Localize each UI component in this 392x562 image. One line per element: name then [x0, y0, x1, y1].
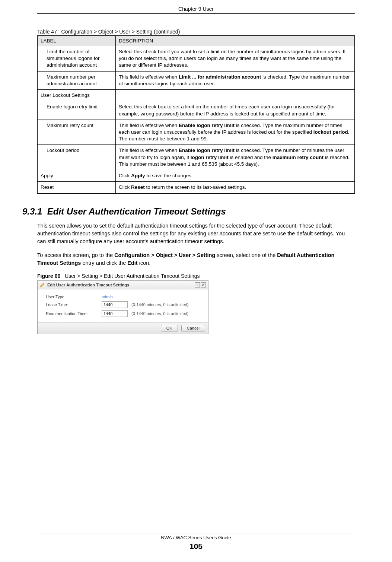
table-cell-description: [116, 90, 355, 101]
table-cell-label: Enable logon retry limit: [38, 101, 116, 120]
lease-time-input[interactable]: [102, 301, 128, 308]
dialog-titlebar: Edit User Authentication Timeout Setting…: [38, 281, 208, 289]
table-row: Maximum number per administration accoun…: [38, 71, 355, 89]
table-cell-description: This field is effective when Enable logo…: [116, 120, 355, 145]
table-row: User Lockout Settings: [38, 90, 355, 101]
ok-button[interactable]: OK: [161, 325, 178, 331]
footer-page-number: 105: [0, 542, 392, 551]
table-row: Limit the number of simultaneous logons …: [38, 46, 355, 72]
dialog-footer: OK Cancel: [38, 322, 208, 334]
table-cell-description: Click Reset to return the screen to its …: [116, 182, 355, 193]
table-row: Lockout periodThis field is effective wh…: [38, 145, 355, 170]
table-cell-label: Lockout period: [38, 145, 116, 170]
page-footer: NWA / WAC Series User's Guide 105: [0, 533, 392, 551]
reauthentication-time-input[interactable]: [102, 310, 128, 317]
table-row: Enable logon retry limitSelect this chec…: [38, 101, 355, 120]
close-icon[interactable]: ✕: [201, 282, 206, 288]
table-cell-label: Limit the number of simultaneous logons …: [38, 46, 116, 72]
cancel-button[interactable]: Cancel: [181, 325, 205, 331]
section-para-1: This screen allows you to set the defaul…: [37, 222, 355, 245]
table-caption: Table 47 Configuration > Object > User >…: [37, 29, 355, 35]
configuration-table: LABEL DESCRIPTION Limit the number of si…: [37, 35, 355, 194]
table-cell-description: Select this check box to set a limit on …: [116, 101, 355, 120]
edit-icon: [40, 282, 45, 288]
table-row: ApplyClick Apply to save the changes.: [38, 170, 355, 182]
footer-guide-title: NWA / WAC Series User's Guide: [0, 535, 392, 540]
table-row: Maximum retry countThis field is effecti…: [38, 120, 355, 145]
table-cell-label: User Lockout Settings: [38, 90, 116, 101]
table-cell-description: This field is effective when Enable logo…: [116, 145, 355, 170]
section-para-2: To access this screen, go to the Configu…: [37, 251, 355, 267]
section-heading: 9.3.1 Edit User Authentication Timeout S…: [22, 206, 355, 217]
dialog-body: User Type: admin Lease Time: (0-1440 min…: [38, 289, 208, 322]
table-cell-label: Maximum number per administration accoun…: [38, 71, 116, 89]
reauth-time-row: Reauthentication Time: (0-1440 minutes, …: [46, 310, 201, 317]
reauthentication-time-hint: (0-1440 minutes, 0 is unlimited): [131, 311, 188, 316]
chapter-header: Chapter 9 User: [0, 6, 392, 12]
help-icon[interactable]: ?: [195, 282, 200, 288]
section-title: Edit User Authentication Timeout Setting…: [47, 206, 226, 216]
figure-caption-prefix: Figure 66: [37, 273, 60, 279]
footer-rule: [37, 533, 355, 533]
lease-time-hint: (0-1440 minutes, 0 is unlimited): [131, 302, 188, 307]
table-cell-label: Maximum retry count: [38, 120, 116, 145]
lease-time-label: Lease Time:: [46, 302, 102, 307]
table-cell-description: Click Apply to save the changes.: [116, 170, 355, 182]
dialog-window-controls: ? ✕: [195, 282, 206, 288]
table-caption-prefix: Table 47: [37, 29, 57, 35]
figure-caption-text: User > Setting > Edit User Authenticatio…: [65, 273, 200, 279]
table-cell-description: Select this check box if you want to set…: [116, 46, 355, 72]
user-type-value: admin: [102, 295, 113, 299]
table-caption-text: Configuration > Object > User > Setting …: [61, 29, 180, 35]
lease-time-row: Lease Time: (0-1440 minutes, 0 is unlimi…: [46, 301, 201, 308]
section-number: 9.3.1: [22, 206, 42, 216]
user-type-label: User Type:: [46, 295, 102, 299]
table-cell-label: Reset: [38, 182, 116, 193]
table-cell-label: Apply: [38, 170, 116, 182]
page-content: Table 47 Configuration > Object > User >…: [37, 29, 355, 334]
col-header-description: DESCRIPTION: [116, 36, 355, 46]
col-header-label: LABEL: [38, 36, 116, 46]
dialog-title: Edit User Authentication Timeout Setting…: [47, 283, 195, 287]
table-cell-description: This field is effective when Limit ... f…: [116, 71, 355, 89]
table-row: ResetClick Reset to return the screen to…: [38, 182, 355, 193]
manual-page: Chapter 9 User Table 47 Configuration > …: [0, 0, 392, 562]
figure-caption: Figure 66 User > Setting > Edit User Aut…: [37, 273, 355, 279]
edit-timeout-dialog: Edit User Authentication Timeout Setting…: [37, 280, 208, 334]
reauthentication-time-label: Reauthentication Time:: [46, 311, 102, 316]
header-rule: [37, 13, 355, 14]
user-type-row: User Type: admin: [46, 295, 201, 299]
